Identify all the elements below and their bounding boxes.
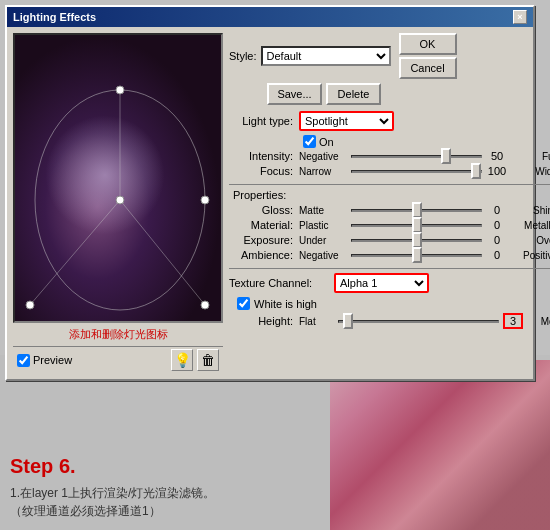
preview-controls-bar: Preview 💡 🗑 bbox=[13, 346, 223, 373]
svg-line-1 bbox=[30, 200, 120, 305]
ambience-row: Ambience: Negative 0 Positive bbox=[229, 249, 550, 261]
svg-point-4 bbox=[116, 86, 124, 94]
intensity-row: Intensity: Negative 50 Full bbox=[229, 150, 550, 162]
step-desc-line2: （纹理通道必须选择通道1） bbox=[10, 502, 320, 520]
focus-value: 100 bbox=[486, 165, 508, 177]
material-row: Material: Plastic 0 Metallic bbox=[229, 219, 550, 231]
save-button[interactable]: Save... bbox=[267, 83, 322, 105]
svg-point-6 bbox=[26, 301, 34, 309]
height-row: Height: Flat 3 Mountainous bbox=[229, 313, 550, 329]
exposure-slider[interactable] bbox=[351, 239, 482, 242]
gloss-slider-wrapper bbox=[347, 209, 486, 212]
exposure-value: 0 bbox=[486, 234, 508, 246]
ambience-max: Positive bbox=[508, 250, 550, 261]
focus-max: Wide bbox=[508, 166, 550, 177]
ambience-slider-wrapper bbox=[347, 254, 486, 257]
light-type-row: Light type: Spotlight bbox=[229, 111, 550, 131]
focus-min: Narrow bbox=[299, 166, 347, 177]
on-checkbox[interactable] bbox=[303, 135, 316, 148]
ambience-min: Negative bbox=[299, 250, 347, 261]
on-row: On bbox=[229, 135, 550, 148]
add-light-button[interactable]: 💡 bbox=[171, 349, 193, 371]
height-slider-wrapper bbox=[334, 320, 503, 323]
texture-channel-select[interactable]: Alpha 1 bbox=[334, 273, 429, 293]
gloss-value: 0 bbox=[486, 204, 508, 216]
close-button[interactable]: × bbox=[513, 10, 527, 24]
gloss-slider[interactable] bbox=[351, 209, 482, 212]
material-max: Metallic bbox=[508, 220, 550, 231]
cancel-button[interactable]: Cancel bbox=[399, 57, 457, 79]
focus-slider-wrapper bbox=[347, 170, 486, 173]
intensity-slider[interactable] bbox=[351, 155, 482, 158]
preview-checkbox-label[interactable]: Preview bbox=[17, 354, 72, 367]
step-desc-line1: 1.在layer 1上执行渲染/灯光渲染滤镜。 bbox=[10, 484, 320, 502]
white-is-high-label: White is high bbox=[254, 298, 317, 310]
svg-point-8 bbox=[201, 196, 209, 204]
delete-button[interactable]: Delete bbox=[326, 83, 381, 105]
preview-label: Preview bbox=[33, 354, 72, 366]
height-value: 3 bbox=[503, 313, 523, 329]
material-slider[interactable] bbox=[351, 224, 482, 227]
texture-divider bbox=[229, 268, 550, 269]
spotlight-overlay bbox=[15, 35, 221, 321]
exposure-max: Over bbox=[508, 235, 550, 246]
preview-checkbox[interactable] bbox=[17, 354, 30, 367]
intensity-label: Intensity: bbox=[229, 150, 299, 162]
white-is-high-checkbox[interactable] bbox=[237, 297, 250, 310]
light-type-label: Light type: bbox=[229, 115, 299, 127]
dialog-title-bar: Lighting Effects × bbox=[7, 7, 533, 27]
light-controls: Light type: Spotlight On Intens bbox=[229, 111, 550, 180]
ambience-label: Ambience: bbox=[229, 249, 299, 261]
lighting-effects-dialog: Lighting Effects × bbox=[5, 5, 535, 381]
save-delete-row: Save... Delete bbox=[229, 83, 550, 105]
intensity-max: Full bbox=[508, 151, 550, 162]
controls-area: Style: Default OK Cancel Save... Delete bbox=[229, 33, 550, 373]
step-title: Step 6. bbox=[10, 455, 320, 478]
style-select[interactable]: Default bbox=[261, 46, 391, 66]
on-label: On bbox=[319, 136, 334, 148]
bottom-right-texture bbox=[330, 360, 550, 530]
delete-light-button[interactable]: 🗑 bbox=[197, 349, 219, 371]
dialog-title: Lighting Effects bbox=[13, 11, 96, 23]
ok-cancel-buttons: OK Cancel bbox=[399, 33, 457, 79]
svg-point-5 bbox=[116, 196, 124, 204]
properties-sliders: Properties: Gloss: Matte 0 Shiny bbox=[229, 189, 550, 264]
gloss-row: Gloss: Matte 0 Shiny bbox=[229, 204, 550, 216]
intensity-slider-wrapper bbox=[347, 155, 486, 158]
exposure-label: Exposure: bbox=[229, 234, 299, 246]
intensity-value: 50 bbox=[486, 150, 508, 162]
light-type-select[interactable]: Spotlight bbox=[299, 111, 394, 131]
ambience-value: 0 bbox=[486, 249, 508, 261]
material-label: Material: bbox=[229, 219, 299, 231]
white-is-high-row: White is high bbox=[229, 297, 550, 310]
title-bar-buttons: × bbox=[513, 10, 527, 24]
style-row: Style: Default OK Cancel bbox=[229, 33, 550, 79]
step-section: Step 6. 1.在layer 1上执行渲染/灯光渲染滤镜。 （纹理通道必须选… bbox=[10, 455, 320, 520]
height-label: Height: bbox=[229, 315, 299, 327]
ok-button[interactable]: OK bbox=[399, 33, 457, 55]
svg-point-7 bbox=[201, 301, 209, 309]
properties-title: Properties: bbox=[229, 189, 550, 201]
icon-buttons: 💡 🗑 bbox=[171, 349, 219, 371]
height-max: Mountainous bbox=[523, 316, 550, 327]
height-slider[interactable] bbox=[338, 320, 499, 323]
texture-channel-row: Texture Channel: Alpha 1 bbox=[229, 273, 550, 293]
gloss-min: Matte bbox=[299, 205, 347, 216]
exposure-min: Under bbox=[299, 235, 347, 246]
material-min: Plastic bbox=[299, 220, 347, 231]
focus-row: Focus: Narrow 100 Wide bbox=[229, 165, 550, 177]
add-delete-label: 添加和删除灯光图标 bbox=[13, 327, 223, 342]
ambience-slider[interactable] bbox=[351, 254, 482, 257]
properties-divider bbox=[229, 184, 550, 185]
properties-section: Properties: Gloss: Matte 0 Shiny bbox=[229, 189, 550, 264]
focus-slider[interactable] bbox=[351, 170, 482, 173]
material-value: 0 bbox=[486, 219, 508, 231]
exposure-row: Exposure: Under 0 Over bbox=[229, 234, 550, 246]
preview-canvas[interactable] bbox=[13, 33, 223, 323]
intensity-min: Negative bbox=[299, 151, 347, 162]
focus-label: Focus: bbox=[229, 165, 299, 177]
light-type-section: Light type: Spotlight On Intens bbox=[229, 111, 550, 180]
material-slider-wrapper bbox=[347, 224, 486, 227]
svg-line-2 bbox=[120, 200, 205, 305]
preview-area: 添加和删除灯光图标 Preview 💡 🗑 bbox=[13, 33, 223, 373]
